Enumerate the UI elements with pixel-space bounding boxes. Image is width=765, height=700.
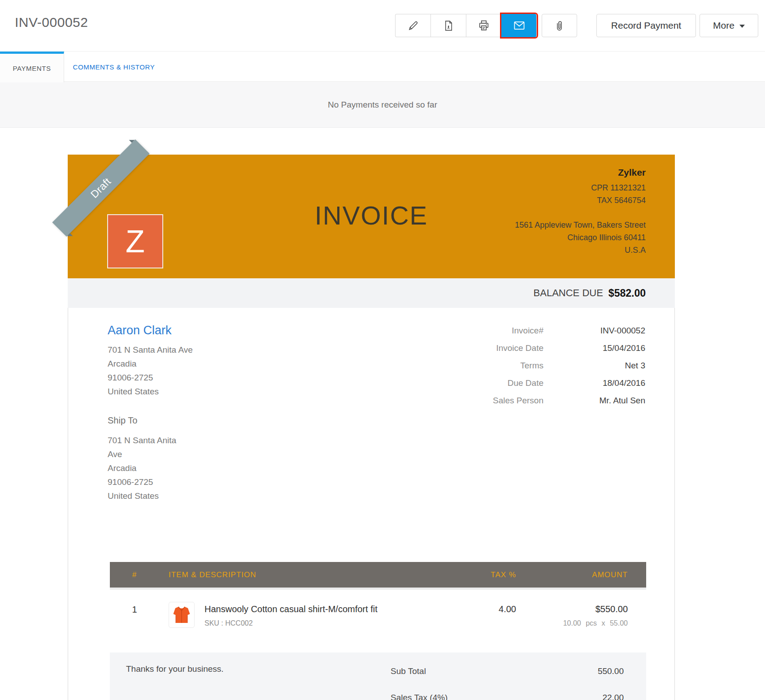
payments-panel: No Payments received so far [0,82,765,128]
page-title: INV-000052 [15,15,88,30]
billing-address-line: United States [108,385,193,398]
invoice-detail-page: INV-000052 Record Payment [0,0,765,700]
shipping-address-line: 91006-2725 [108,475,176,489]
company-name: Zylker [515,167,646,178]
company-logo-letter: Z [126,226,145,257]
invoice-banner: Draft Z INVOICE Zylker CPR 11321321 TAX … [68,155,675,278]
invoice-footer: Thanks for your business. Sub Total 550.… [110,652,646,700]
sales-tax-value: 22.00 [602,693,624,700]
company-address-line: Chicago Illinois 60411 [515,231,646,244]
subtotal-label: Sub Total [391,666,426,676]
no-payments-message: No Payments received so far [328,100,437,110]
shipping-address-line: Ave [108,447,176,461]
invoice-meta-fields: Invoice# INV-000052 Invoice Date 15/04/2… [396,326,645,413]
chevron-down-icon [739,25,745,28]
table-row: 1 Hanswooly Cotton casual shirt-M/comfor… [110,590,646,628]
line-item-amount: $550.00 [516,602,628,614]
billing-address-line: 91006-2725 [108,371,193,385]
line-item-name: Hanswooly Cotton casual shirt-M/comfort … [204,602,378,614]
send-email-button[interactable] [501,14,537,37]
record-payment-label: Record Payment [611,20,681,31]
meta-value: Net 3 [543,361,645,378]
company-tax: TAX 5646754 [515,194,646,207]
shipping-address-line: Arcadia [108,461,176,475]
line-item-cell: Hanswooly Cotton casual shirt-M/comfort … [159,602,435,628]
company-address-line: 1561 Appleview Town, Bakers Street [515,219,646,231]
envelope-icon [513,19,526,32]
column-header-tax: TAX % [435,570,516,579]
meta-row-sales-person: Sales Person Mr. Atul Sen [396,396,645,413]
meta-label: Terms [396,361,543,378]
attachment-button[interactable] [542,14,577,37]
line-items-table: # ITEM & DESCRIPTION TAX % AMOUNT 1 [110,562,646,628]
export-pdf-button[interactable] [430,14,466,37]
meta-label: Invoice Date [396,343,543,361]
subtotal-value: 550.00 [598,666,624,676]
column-header-amount: AMOUNT [516,570,646,579]
balance-due-bar: BALANCE DUE $582.00 [68,278,675,308]
tab-comments-history[interactable]: COMMENTS & HISTORY [64,52,164,82]
line-item-quantity-detail: 10.00 pcs x 55.00 [516,619,628,627]
line-item-sku: SKU : HCC002 [204,619,378,627]
billing-address-line: Arcadia [108,357,193,371]
tab-bar: PAYMENTS COMMENTS & HISTORY [0,51,765,82]
more-label: More [713,20,735,31]
meta-value: Mr. Atul Sen [543,396,645,413]
balance-due-amount: $582.00 [609,287,646,299]
shipping-address-line: United States [108,489,176,503]
paperclip-icon [553,20,565,32]
print-button[interactable] [466,14,501,37]
status-badge: Draft [88,175,113,200]
company-address-line: U.S.A [515,244,646,256]
column-header-item: ITEM & DESCRIPTION [159,570,435,579]
edit-button[interactable] [395,14,430,37]
company-info: Zylker CPR 11321321 TAX 5646754 1561 App… [515,167,646,256]
column-header-index: # [110,570,159,579]
line-item-index: 1 [110,602,159,628]
company-registration: CPR 11321321 [515,181,646,194]
line-item-text: Hanswooly Cotton casual shirt-M/comfort … [204,602,378,628]
meta-row-due-date: Due Date 18/04/2016 [396,378,645,396]
pencil-icon [407,20,419,32]
tab-comments-history-label: COMMENTS & HISTORY [73,63,155,71]
line-item-amount-cell: $550.00 10.00 pcs x 55.00 [516,602,646,628]
totals-section: Sub Total 550.00 Sales Tax (4%) 22.00 [391,652,624,700]
customer-name-link[interactable]: Aaron Clark [108,324,172,337]
billing-address-line: 701 N Santa Anita Ave [108,343,193,357]
sales-tax-row: Sales Tax (4%) 22.00 [391,693,624,700]
meta-label: Due Date [396,378,543,396]
shipping-address: 701 N Santa Anita Ave Arcadia 91006-2725… [108,433,176,503]
table-header-row: # ITEM & DESCRIPTION TAX % AMOUNT [110,562,646,588]
meta-value: 18/04/2016 [543,378,645,396]
meta-row-terms: Terms Net 3 [396,361,645,378]
ship-to-label: Ship To [108,415,137,426]
tab-payments[interactable]: PAYMENTS [0,52,64,82]
balance-due-label: BALANCE DUE [534,287,603,299]
meta-row-invoice-date: Invoice Date 15/04/2016 [396,343,645,361]
printer-icon [478,19,490,32]
line-item-tax: 4.00 [435,602,516,628]
invoice-document: Draft Z INVOICE Zylker CPR 11321321 TAX … [68,155,675,700]
meta-label: Sales Person [396,396,543,413]
meta-row-invoice-number: Invoice# INV-000052 [396,326,645,343]
company-address: 1561 Appleview Town, Bakers Street Chica… [515,219,646,256]
shirt-image [171,604,192,626]
sales-tax-label: Sales Tax (4%) [391,693,448,700]
shipping-address-line: 701 N Santa Anita [108,433,176,447]
subtotal-row: Sub Total 550.00 [391,666,624,676]
pdf-file-icon [443,20,455,32]
record-payment-button[interactable]: Record Payment [596,14,696,37]
meta-label: Invoice# [396,326,543,343]
tab-payments-label: PAYMENTS [13,65,51,72]
billing-address: 701 N Santa Anita Ave Arcadia 91006-2725… [108,343,193,398]
customer-note: Thanks for your business. [126,664,224,674]
meta-value: INV-000052 [543,326,645,343]
product-thumbnail [169,602,195,628]
toolbar-icon-group [395,14,537,37]
more-button[interactable]: More [700,14,758,37]
meta-value: 15/04/2016 [543,343,645,361]
